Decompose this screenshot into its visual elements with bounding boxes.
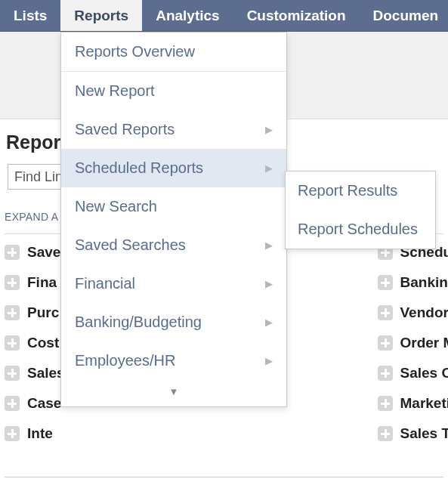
report-group-label: Marketing xyxy=(400,395,449,412)
menu-item-label: Banking/Budgeting xyxy=(75,314,202,331)
report-group-label: Sales xyxy=(27,365,65,382)
menu-item-financial[interactable]: Financial ▶ xyxy=(61,264,286,303)
report-group[interactable]: Sales Tax US xyxy=(378,419,449,449)
nav-item-reports[interactable]: Reports xyxy=(60,0,142,31)
expand-icon[interactable] xyxy=(5,275,20,290)
expand-icon[interactable] xyxy=(5,335,20,351)
report-group-label: Inte xyxy=(27,425,53,442)
report-group-label: Sales Orders xyxy=(400,365,449,382)
menu-item-scheduled-reports[interactable]: Scheduled Reports ▶ xyxy=(61,149,286,187)
nav-item-documents[interactable]: Documen xyxy=(360,0,448,31)
chevron-right-icon: ▶ xyxy=(265,355,273,366)
expand-icon[interactable] xyxy=(378,366,393,381)
menu-item-report-schedules[interactable]: Report Schedules xyxy=(286,210,435,249)
report-group-label: Case xyxy=(27,395,61,412)
report-col-right: Scheduled Re Banking/Bud Vendors/Paya Or… xyxy=(378,237,449,449)
expand-icon[interactable] xyxy=(378,305,393,320)
expand-icon[interactable] xyxy=(378,426,393,441)
nav-item-lists[interactable]: Lists xyxy=(0,0,60,31)
expand-icon[interactable] xyxy=(5,366,20,381)
chevron-right-icon: ▶ xyxy=(265,124,273,135)
report-group[interactable]: Order Manag xyxy=(378,328,449,358)
menu-item-label: New Report xyxy=(75,82,155,100)
expand-icon[interactable] xyxy=(5,305,20,320)
menu-item-label: Reports Overview xyxy=(75,43,195,60)
expand-icon[interactable] xyxy=(5,426,20,441)
report-group-label: Purc xyxy=(27,304,59,321)
chevron-right-icon: ▶ xyxy=(265,162,273,174)
top-nav: Lists Reports Analytics Customization Do… xyxy=(0,0,448,32)
menu-item-label: New Search xyxy=(75,198,157,215)
expand-icon[interactable] xyxy=(378,335,393,351)
menu-item-label: Scheduled Reports xyxy=(75,159,203,177)
menu-item-label: Employees/HR xyxy=(75,352,175,369)
chevron-right-icon: ▶ xyxy=(265,317,273,328)
report-group[interactable]: Inte xyxy=(5,419,227,449)
menu-item-saved-searches[interactable]: Saved Searches ▶ xyxy=(61,226,286,264)
menu-item-label: Report Results xyxy=(298,182,397,199)
reports-menu: Reports Overview New Report Saved Report… xyxy=(60,32,287,407)
nav-item-customization[interactable]: Customization xyxy=(233,0,360,31)
footer-divider xyxy=(5,477,443,477)
report-group-label: Save xyxy=(27,244,60,261)
report-group-label: Fina xyxy=(27,274,57,291)
menu-item-employees-hr[interactable]: Employees/HR ▶ xyxy=(61,341,286,380)
expand-icon[interactable] xyxy=(378,396,393,411)
menu-item-label: Report Schedules xyxy=(298,221,418,238)
report-group-label: Order Manag xyxy=(400,335,449,351)
report-group[interactable]: Vendors/Paya xyxy=(378,298,449,328)
scheduled-reports-submenu: Report Results Report Schedules xyxy=(285,171,436,249)
menu-item-new-search[interactable]: New Search xyxy=(61,187,286,226)
report-group[interactable]: Marketing xyxy=(378,388,449,419)
menu-item-label: Saved Searches xyxy=(75,236,186,254)
chevron-right-icon: ▶ xyxy=(265,278,273,289)
expand-icon[interactable] xyxy=(378,275,393,290)
menu-item-report-results[interactable]: Report Results xyxy=(286,171,435,210)
menu-item-label: Saved Reports xyxy=(75,121,175,138)
expand-icon[interactable] xyxy=(5,396,20,411)
menu-scroll-down[interactable]: ▼ xyxy=(61,380,286,406)
report-group-label: Banking/Bud xyxy=(400,274,449,291)
menu-item-reports-overview[interactable]: Reports Overview xyxy=(61,32,286,72)
menu-item-new-report[interactable]: New Report xyxy=(61,72,286,110)
menu-item-saved-reports[interactable]: Saved Reports ▶ xyxy=(61,110,286,149)
report-group[interactable]: Sales Orders xyxy=(378,358,449,388)
nav-item-analytics[interactable]: Analytics xyxy=(142,0,233,31)
report-group-label: Cost xyxy=(27,335,59,351)
menu-item-banking-budgeting[interactable]: Banking/Budgeting ▶ xyxy=(61,303,286,341)
report-group-label: Vendors/Paya xyxy=(400,304,449,321)
menu-item-label: Financial xyxy=(75,275,135,292)
chevron-right-icon: ▶ xyxy=(265,239,273,251)
report-group[interactable]: Banking/Bud xyxy=(378,267,449,298)
report-group-label: Sales Tax US xyxy=(400,425,449,442)
expand-icon[interactable] xyxy=(5,245,20,260)
